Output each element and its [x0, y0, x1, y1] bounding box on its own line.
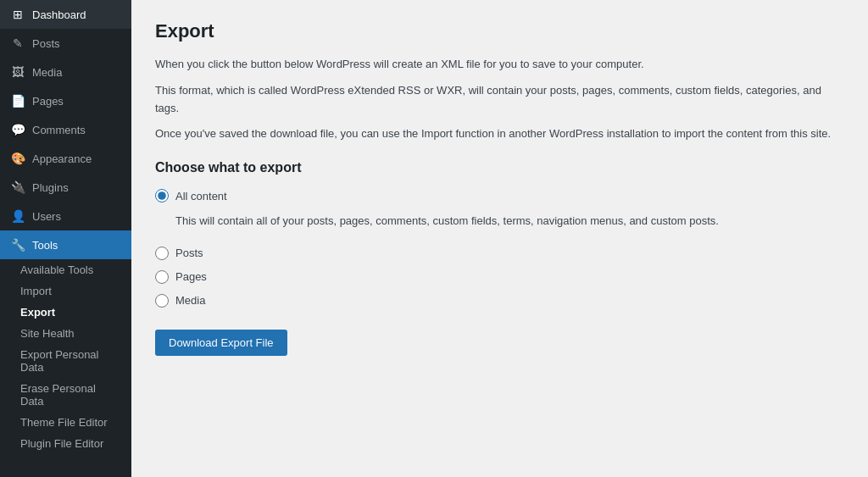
radio-posts-input[interactable] [155, 247, 169, 260]
sidebar-sub-item-erase-personal-data[interactable]: Erase Personal Data [0, 378, 131, 412]
page-title: Export [155, 20, 844, 42]
sidebar-item-dashboard[interactable]: ⊞ Dashboard [0, 0, 131, 29]
sidebar-item-tools[interactable]: 🔧 Tools [0, 230, 131, 259]
radio-all-content-input[interactable] [155, 189, 169, 202]
export-options: All content This will contain all of you… [155, 189, 844, 308]
main-content: Export When you click the button below W… [131, 0, 868, 477]
section-heading: Choose what to export [155, 160, 844, 175]
sidebar-item-media[interactable]: 🖼 Media [0, 58, 131, 86]
sidebar-item-plugins[interactable]: 🔌 Plugins [0, 173, 131, 202]
radio-pages[interactable]: Pages [155, 270, 844, 284]
radio-media-input[interactable] [155, 294, 169, 308]
tools-icon: 🔧 [10, 237, 25, 252]
sidebar-item-label: Pages [32, 95, 64, 108]
sidebar-item-label: Tools [32, 239, 58, 252]
radio-all-content-label: All content [175, 190, 227, 202]
radio-media[interactable]: Media [155, 294, 844, 308]
sidebar-item-pages[interactable]: 📄 Pages [0, 86, 131, 115]
main-nav: ⊞ Dashboard ✎ Posts 🖼 Media 📄 Pages 💬 Co… [0, 0, 131, 259]
tools-sub-nav: Available Tools Import Export Site Healt… [0, 259, 131, 454]
radio-posts-label: Posts [175, 247, 203, 259]
appearance-icon: 🎨 [10, 151, 25, 166]
sidebar-sub-item-available-tools[interactable]: Available Tools [0, 259, 131, 280]
sidebar-item-label: Posts [32, 37, 60, 50]
radio-posts[interactable]: Posts [155, 247, 844, 260]
sidebar-item-label: Dashboard [32, 8, 86, 21]
sidebar: ⊞ Dashboard ✎ Posts 🖼 Media 📄 Pages 💬 Co… [0, 0, 131, 477]
dashboard-icon: ⊞ [10, 7, 25, 22]
description-2: This format, which is called WordPress e… [155, 82, 844, 118]
users-icon: 👤 [10, 208, 25, 224]
sidebar-sub-item-export-personal-data[interactable]: Export Personal Data [0, 344, 131, 378]
sidebar-sub-item-export[interactable]: Export [0, 302, 131, 323]
sidebar-sub-item-plugin-file-editor[interactable]: Plugin File Editor [0, 433, 131, 454]
sidebar-item-appearance[interactable]: 🎨 Appearance [0, 144, 131, 173]
sidebar-item-label: Comments [32, 124, 86, 136]
sidebar-item-posts[interactable]: ✎ Posts [0, 29, 131, 58]
radio-media-label: Media [175, 294, 205, 307]
all-content-description: This will contain all of your posts, pag… [175, 213, 844, 230]
sidebar-sub-item-site-health[interactable]: Site Health [0, 323, 131, 344]
radio-pages-label: Pages [175, 270, 207, 283]
sidebar-sub-item-theme-file-editor[interactable]: Theme File Editor [0, 412, 131, 433]
radio-all-content[interactable]: All content [155, 189, 844, 202]
plugins-icon: 🔌 [10, 180, 25, 195]
pages-icon: 📄 [10, 93, 25, 108]
sidebar-item-label: Media [32, 66, 62, 79]
sidebar-item-label: Appearance [32, 153, 92, 165]
sidebar-item-users[interactable]: 👤 Users [0, 202, 131, 230]
comments-icon: 💬 [10, 122, 25, 137]
media-icon: 🖼 [10, 64, 25, 80]
description-3: Once you've saved the download file, you… [155, 125, 844, 143]
sidebar-sub-item-import[interactable]: Import [0, 280, 131, 302]
posts-icon: ✎ [10, 36, 25, 51]
sidebar-item-label: Users [32, 210, 61, 223]
description-1: When you click the button below WordPres… [155, 56, 844, 74]
sidebar-item-label: Plugins [32, 181, 69, 194]
download-export-button[interactable]: Download Export File [155, 330, 287, 356]
sidebar-item-comments[interactable]: 💬 Comments [0, 115, 131, 144]
radio-pages-input[interactable] [155, 270, 169, 284]
